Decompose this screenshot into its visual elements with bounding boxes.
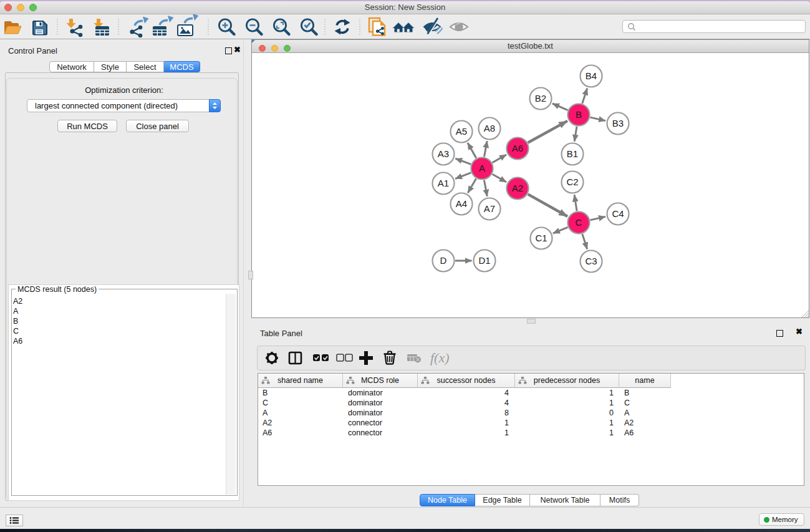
svg-text:C3: C3: [585, 256, 597, 266]
svg-text:B1: B1: [567, 148, 578, 159]
svg-text:B2: B2: [535, 93, 546, 104]
svg-text:A5: A5: [456, 126, 467, 137]
svg-text:C: C: [576, 217, 582, 228]
svg-text:A1: A1: [438, 178, 449, 188]
svg-text:A6: A6: [512, 143, 523, 153]
svg-text:A: A: [479, 163, 485, 173]
svg-text:A2: A2: [512, 183, 523, 193]
svg-text:A8: A8: [484, 123, 495, 133]
svg-text:C1: C1: [535, 233, 547, 243]
svg-text:B: B: [576, 109, 582, 120]
svg-text:A3: A3: [438, 148, 449, 159]
svg-text:A7: A7: [484, 203, 495, 214]
svg-text:f(x): f(x): [430, 350, 450, 365]
svg-text:A4: A4: [456, 198, 467, 209]
svg-text:B3: B3: [612, 118, 624, 128]
svg-text:D1: D1: [478, 255, 490, 266]
svg-text:C2: C2: [566, 177, 578, 187]
svg-text:D: D: [440, 255, 447, 266]
svg-text:C4: C4: [612, 208, 624, 219]
svg-text:B4: B4: [586, 70, 597, 81]
